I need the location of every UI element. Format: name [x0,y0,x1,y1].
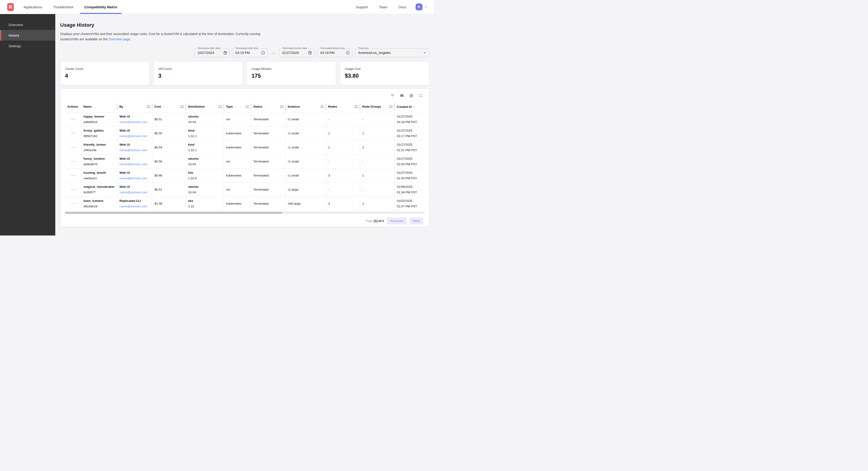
column-header-instance[interactable]: Instance↑↓ [285,101,326,112]
cell-line-2: 01:03 PM PST [397,176,424,180]
cell-name: keen_lumiere4819de16 [81,197,117,211]
nav-item-troubleshoot[interactable]: Troubleshoot [48,0,79,14]
nav-item-applications[interactable]: Applications [18,0,48,14]
cell-by: Web UIname@domain.com [117,169,152,182]
dropdown-arrow-icon[interactable] [422,51,427,55]
cell-by: Replicated CLIname@domain.com [117,197,152,211]
column-resize-handle[interactable] [218,106,222,108]
cell-line-2: 03:17 PM PST [397,134,424,138]
cell-status: Terminated [251,112,285,126]
row-actions-menu-icon[interactable]: ••• [67,160,79,163]
sidebar-item-overview[interactable]: Overview [0,19,55,30]
row-actions-menu-icon[interactable]: ••• [67,146,79,149]
scrollbar-thumb[interactable] [65,212,282,214]
row-actions-menu-icon[interactable]: ••• [67,118,79,121]
table-row: •••keen_lumiere4819de16Replicated CLInam… [65,197,425,211]
sidebar-item-history[interactable]: History [0,30,55,40]
cell-cost: $0.51 [152,112,186,126]
column-resize-handle[interactable] [246,106,249,108]
row-actions-menu-icon[interactable]: ••• [67,174,79,177]
user-avatar[interactable]: K [415,3,423,10]
email-link[interactable]: name@domain.com [120,204,150,208]
cell-type: vm [224,112,251,126]
column-header-created_at[interactable]: Created At↓ [394,101,425,112]
field-label: Terminated before date [281,47,308,50]
cell-line-2: 1.32.1 [188,134,222,138]
column-resize-handle[interactable] [147,106,150,108]
column-resize-handle[interactable] [354,106,358,108]
row-actions-menu-icon[interactable]: ••• [67,188,79,191]
row-actions-menu-icon[interactable]: ••• [67,131,79,135]
sort-icons[interactable]: ↑↓ [302,105,304,108]
cell-type: kubernetes [224,140,251,154]
usage-history-table: ActionsName↑↓By↑↓Cost↑↓Distribution↑↓Typ… [65,101,425,211]
sort-icons[interactable]: ↑↓ [93,105,95,108]
email-link[interactable]: name@domain.com [120,134,150,138]
table-row: •••trusting_leavittcae5ea11Web UIname@do… [65,169,425,182]
row-actions-menu-icon[interactable]: ••• [67,202,79,205]
column-resize-handle[interactable] [320,106,324,108]
email-link[interactable]: name@domain.com [120,190,150,194]
previous-button[interactable]: Previous [387,217,407,225]
column-resize-handle[interactable] [180,106,184,108]
terminated-after-date-field[interactable]: Terminated after date 10/27/2024 [194,49,230,57]
sort-icons[interactable]: ↑↓ [339,105,341,108]
column-header-type[interactable]: Type↑↓ [224,101,251,112]
column-header-node_groups[interactable]: Node Groups↑↓ [360,101,394,112]
sidebar-item-settings[interactable]: Settings [0,40,55,51]
column-header-by[interactable]: By↑↓ [117,101,152,112]
columns-icon[interactable] [400,93,404,98]
nav-item-compatibility-matrix[interactable]: Compatibility Matrix [79,0,123,14]
nav-item-docs[interactable]: Docs [393,0,412,14]
sort-icons[interactable]: ↑↓ [234,105,237,108]
nav-item-support[interactable]: Support [350,0,374,14]
cell-line-1: 01/27/2025 [397,157,424,160]
stat-card-vm-count: VM Count3 [153,61,243,85]
cell-line-2: fe3f8977 [84,190,115,194]
calendar-icon[interactable] [223,51,227,55]
cell-line-2: a48d9324 [84,120,115,124]
cell-actions: ••• [65,140,81,154]
email-link[interactable]: name@domain.com [120,162,150,166]
cell-created_at: 01/27/202503:18 PM PST [394,112,425,126]
column-resize-handle[interactable] [280,106,284,108]
column-header-status[interactable]: Status↑↓ [251,101,285,112]
overview-page-link[interactable]: Overview page [108,37,130,41]
chevron-down-icon[interactable] [424,5,428,9]
column-resize-handle[interactable] [389,106,393,108]
sort-icons[interactable]: ↑↓ [264,105,266,108]
column-header-name[interactable]: Name↑↓ [81,101,117,112]
sort-desc-icon[interactable]: ↓ [413,105,415,109]
email-link[interactable]: name@domain.com [120,176,150,180]
terminated-after-time-field[interactable]: Terminated after time 03:19 PM [232,49,268,57]
terminated-before-time-field[interactable]: Terminated before time 03:19 PM [317,49,352,57]
app-logo[interactable]: R [7,3,14,11]
cell-node_groups: 1 [360,169,394,182]
email-link[interactable]: name@domain.com [120,148,150,152]
column-header-nodes[interactable]: Nodes↑↓ [326,101,360,112]
email-link[interactable]: name@domain.com [120,120,150,124]
cell-type: vm [224,182,251,197]
terminated-before-date-field[interactable]: Terminated before date 01/27/2025 [279,49,314,57]
cell-line-1: 01/27/2025 [397,115,424,118]
nav-item-team[interactable]: Team [373,0,393,14]
clock-icon[interactable] [261,51,265,55]
fullscreen-icon[interactable] [418,93,423,98]
sort-icons[interactable]: ↑↓ [207,105,209,108]
density-icon[interactable] [409,93,413,98]
sort-icons[interactable]: ↑↓ [383,105,385,108]
column-header-distribution[interactable]: Distribution↑↓ [186,101,224,112]
cell-line-1: friendly_brown [84,143,115,147]
column-header-cost[interactable]: Cost↑↓ [152,101,186,112]
clock-icon[interactable] [346,51,350,55]
timezone-select[interactable]: Timezone America/Los_Angeles [355,49,429,57]
next-button[interactable]: Next [410,217,423,225]
cell-line-1: Replicated CLI [120,199,150,203]
cell-distribution: ubuntu24.04 [186,112,224,126]
table-row: •••happy_beavera48d9324Web UIname@domain… [65,112,425,126]
filter-icon[interactable] [390,93,395,98]
sort-icons[interactable]: ↑↓ [163,105,165,108]
calendar-icon[interactable] [308,51,312,55]
table-row: •••frosty_galileo995b7182Web UIname@doma… [65,126,425,140]
sort-icons[interactable]: ↑↓ [125,105,127,108]
